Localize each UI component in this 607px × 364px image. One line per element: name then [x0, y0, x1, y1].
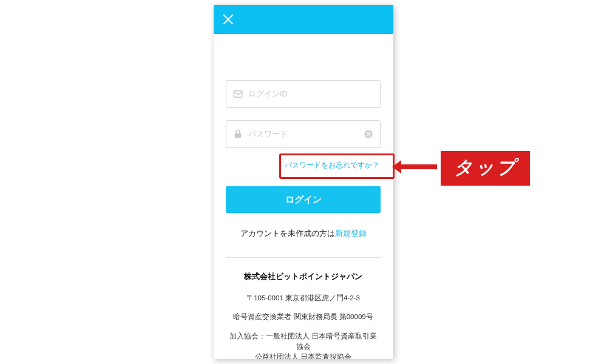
company-license: 暗号資産交換業者 関東財務局長 第00009号	[226, 312, 381, 322]
annotation-tap-label: タップ	[441, 151, 530, 186]
register-line: アカウントを未作成の方は新規登録	[226, 229, 381, 239]
login-content: ログインID パスワード パスワードをお忘れですか？ ログイン アカウン	[214, 34, 393, 359]
login-id-placeholder: ログインID	[248, 89, 374, 99]
register-link[interactable]: 新規登録	[335, 229, 367, 238]
password-placeholder: パスワード	[248, 129, 363, 140]
close-icon[interactable]	[222, 13, 234, 25]
header-bar	[214, 5, 393, 34]
login-button[interactable]: ログイン	[226, 186, 381, 213]
company-associations: 加入協会：一般社団法人 日本暗号資産取引業協会 公益社団法人 日本監査役協会	[226, 331, 381, 360]
company-name: 株式会社ビットポイントジャパン	[226, 271, 381, 282]
phone-frame: ログインID パスワード パスワードをお忘れですか？ ログイン アカウン	[214, 5, 393, 359]
forgot-password-link[interactable]: パスワードをお忘れですか？	[283, 158, 381, 173]
login-id-input[interactable]: ログインID	[226, 80, 381, 108]
svg-rect-1	[235, 133, 242, 138]
annotation-arrow-icon	[401, 164, 437, 169]
lock-icon	[232, 129, 243, 140]
divider	[226, 257, 381, 258]
mail-icon	[232, 89, 243, 99]
forgot-password-row: パスワードをお忘れですか？	[226, 158, 381, 173]
password-input[interactable]: パスワード	[226, 120, 381, 148]
company-address: 〒105-0001 東京都港区虎ノ門4-2-3	[226, 293, 381, 303]
assoc-label: 加入協会：	[229, 332, 266, 340]
clear-input-icon[interactable]	[363, 129, 374, 140]
assoc-1: 一般社団法人 日本暗号資産取引業協会	[266, 332, 377, 350]
register-prefix: アカウントを未作成の方は	[240, 229, 335, 238]
assoc-2: 公益社団法人 日本監査役協会	[255, 353, 351, 359]
